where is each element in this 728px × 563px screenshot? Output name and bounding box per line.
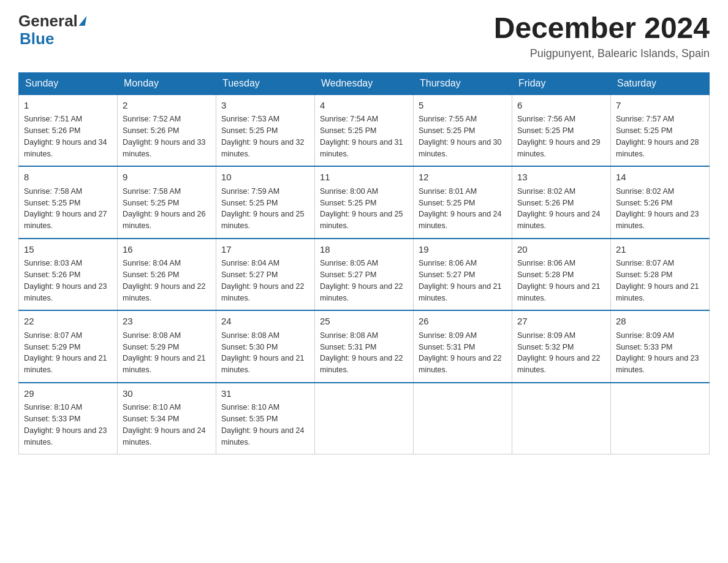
calendar-cell: 12 Sunrise: 8:01 AMSunset: 5:25 PMDaylig… — [414, 166, 512, 239]
weekday-header-thursday: Thursday — [414, 72, 512, 94]
day-number: 10 — [221, 170, 309, 185]
day-number: 25 — [320, 315, 408, 329]
calendar-cell: 31 Sunrise: 8:10 AMSunset: 5:35 PMDaylig… — [216, 383, 315, 454]
logo-general: General — [18, 12, 78, 30]
day-number: 21 — [616, 243, 704, 257]
weekday-header-monday: Monday — [118, 72, 216, 94]
week-row-3: 15 Sunrise: 8:03 AMSunset: 5:26 PMDaylig… — [19, 239, 710, 311]
week-row-1: 1 Sunrise: 7:51 AMSunset: 5:26 PMDayligh… — [19, 94, 710, 167]
day-info: Sunrise: 8:10 AMSunset: 5:35 PMDaylight:… — [221, 403, 305, 446]
calendar-cell: 18 Sunrise: 8:05 AMSunset: 5:27 PMDaylig… — [315, 239, 414, 311]
day-info: Sunrise: 8:02 AMSunset: 5:26 PMDaylight:… — [517, 187, 601, 230]
day-info: Sunrise: 7:51 AMSunset: 5:26 PMDaylight:… — [24, 115, 107, 158]
month-title: December 2024 — [494, 12, 710, 45]
day-info: Sunrise: 7:58 AMSunset: 5:25 PMDaylight:… — [123, 187, 206, 230]
calendar-cell: 26 Sunrise: 8:09 AMSunset: 5:31 PMDaylig… — [414, 310, 512, 383]
day-number: 29 — [24, 387, 112, 401]
day-info: Sunrise: 7:53 AMSunset: 5:25 PMDaylight:… — [221, 115, 305, 158]
day-number: 20 — [517, 243, 605, 257]
calendar-cell: 11 Sunrise: 8:00 AMSunset: 5:25 PMDaylig… — [315, 166, 414, 239]
day-number: 28 — [616, 315, 704, 329]
day-info: Sunrise: 7:55 AMSunset: 5:25 PMDaylight:… — [419, 115, 502, 158]
day-number: 2 — [123, 99, 211, 113]
day-number: 26 — [419, 315, 507, 329]
day-number: 19 — [419, 243, 507, 257]
calendar-table: SundayMondayTuesdayWednesdayThursdayFrid… — [18, 72, 710, 455]
day-number: 16 — [123, 243, 211, 257]
calendar-cell — [611, 383, 710, 454]
calendar-cell: 6 Sunrise: 7:56 AMSunset: 5:25 PMDayligh… — [512, 94, 611, 167]
calendar-cell: 9 Sunrise: 7:58 AMSunset: 5:25 PMDayligh… — [118, 166, 216, 239]
calendar-cell — [315, 383, 414, 454]
day-info: Sunrise: 8:10 AMSunset: 5:34 PMDaylight:… — [123, 403, 206, 446]
calendar-cell: 17 Sunrise: 8:04 AMSunset: 5:27 PMDaylig… — [216, 239, 315, 311]
day-number: 17 — [221, 243, 309, 257]
calendar-cell: 25 Sunrise: 8:08 AMSunset: 5:31 PMDaylig… — [315, 310, 414, 383]
calendar-cell: 24 Sunrise: 8:08 AMSunset: 5:30 PMDaylig… — [216, 310, 315, 383]
day-info: Sunrise: 8:04 AMSunset: 5:26 PMDaylight:… — [123, 259, 206, 302]
day-number: 12 — [419, 170, 507, 185]
weekday-header-wednesday: Wednesday — [315, 72, 414, 94]
day-info: Sunrise: 7:58 AMSunset: 5:25 PMDaylight:… — [24, 187, 107, 230]
title-section: December 2024 Puigpunyent, Balearic Isla… — [494, 12, 710, 60]
day-info: Sunrise: 7:57 AMSunset: 5:25 PMDaylight:… — [616, 115, 699, 158]
day-info: Sunrise: 8:08 AMSunset: 5:30 PMDaylight:… — [221, 331, 305, 374]
day-info: Sunrise: 8:04 AMSunset: 5:27 PMDaylight:… — [221, 259, 305, 302]
calendar-cell: 30 Sunrise: 8:10 AMSunset: 5:34 PMDaylig… — [118, 383, 216, 454]
calendar-cell: 19 Sunrise: 8:06 AMSunset: 5:27 PMDaylig… — [414, 239, 512, 311]
day-info: Sunrise: 8:06 AMSunset: 5:28 PMDaylight:… — [517, 259, 601, 302]
day-info: Sunrise: 8:02 AMSunset: 5:26 PMDaylight:… — [616, 187, 699, 230]
day-info: Sunrise: 8:07 AMSunset: 5:29 PMDaylight:… — [24, 331, 107, 374]
week-row-5: 29 Sunrise: 8:10 AMSunset: 5:33 PMDaylig… — [19, 383, 710, 454]
calendar-cell: 10 Sunrise: 7:59 AMSunset: 5:25 PMDaylig… — [216, 166, 315, 239]
location: Puigpunyent, Balearic Islands, Spain — [494, 47, 710, 60]
day-info: Sunrise: 7:59 AMSunset: 5:25 PMDaylight:… — [221, 187, 305, 230]
calendar-cell: 13 Sunrise: 8:02 AMSunset: 5:26 PMDaylig… — [512, 166, 611, 239]
calendar-cell: 4 Sunrise: 7:54 AMSunset: 5:25 PMDayligh… — [315, 94, 414, 167]
day-number: 8 — [24, 170, 112, 185]
calendar-cell: 20 Sunrise: 8:06 AMSunset: 5:28 PMDaylig… — [512, 239, 611, 311]
calendar-cell: 16 Sunrise: 8:04 AMSunset: 5:26 PMDaylig… — [118, 239, 216, 311]
calendar-cell: 7 Sunrise: 7:57 AMSunset: 5:25 PMDayligh… — [611, 94, 710, 167]
day-number: 14 — [616, 170, 704, 185]
week-row-4: 22 Sunrise: 8:07 AMSunset: 5:29 PMDaylig… — [19, 310, 710, 383]
calendar-cell — [512, 383, 611, 454]
day-info: Sunrise: 7:52 AMSunset: 5:26 PMDaylight:… — [123, 115, 206, 158]
day-info: Sunrise: 7:54 AMSunset: 5:25 PMDaylight:… — [320, 115, 403, 158]
calendar-cell: 15 Sunrise: 8:03 AMSunset: 5:26 PMDaylig… — [19, 239, 118, 311]
day-info: Sunrise: 8:00 AMSunset: 5:25 PMDaylight:… — [320, 187, 403, 230]
day-info: Sunrise: 8:07 AMSunset: 5:28 PMDaylight:… — [616, 259, 699, 302]
day-number: 1 — [24, 99, 112, 113]
day-number: 23 — [123, 315, 211, 329]
weekday-header-friday: Friday — [512, 72, 611, 94]
calendar-cell: 14 Sunrise: 8:02 AMSunset: 5:26 PMDaylig… — [611, 166, 710, 239]
calendar-cell: 2 Sunrise: 7:52 AMSunset: 5:26 PMDayligh… — [118, 94, 216, 167]
calendar-cell: 22 Sunrise: 8:07 AMSunset: 5:29 PMDaylig… — [19, 310, 118, 383]
calendar-cell: 28 Sunrise: 8:09 AMSunset: 5:33 PMDaylig… — [611, 310, 710, 383]
calendar-cell: 3 Sunrise: 7:53 AMSunset: 5:25 PMDayligh… — [216, 94, 315, 167]
day-info: Sunrise: 8:09 AMSunset: 5:33 PMDaylight:… — [616, 331, 699, 374]
day-number: 7 — [616, 99, 704, 113]
day-number: 27 — [517, 315, 605, 329]
logo-blue: Blue — [18, 30, 86, 48]
day-number: 9 — [123, 170, 211, 185]
day-info: Sunrise: 8:10 AMSunset: 5:33 PMDaylight:… — [24, 403, 107, 446]
day-number: 24 — [221, 315, 309, 329]
day-info: Sunrise: 8:03 AMSunset: 5:26 PMDaylight:… — [24, 259, 107, 302]
day-number: 18 — [320, 243, 408, 257]
day-info: Sunrise: 8:01 AMSunset: 5:25 PMDaylight:… — [419, 187, 502, 230]
day-number: 5 — [419, 99, 507, 113]
day-info: Sunrise: 7:56 AMSunset: 5:25 PMDaylight:… — [517, 115, 601, 158]
weekday-header-sunday: Sunday — [19, 72, 118, 94]
day-info: Sunrise: 8:05 AMSunset: 5:27 PMDaylight:… — [320, 259, 403, 302]
day-number: 31 — [221, 387, 309, 401]
calendar-cell: 23 Sunrise: 8:08 AMSunset: 5:29 PMDaylig… — [118, 310, 216, 383]
calendar-cell: 27 Sunrise: 8:09 AMSunset: 5:32 PMDaylig… — [512, 310, 611, 383]
calendar-cell: 21 Sunrise: 8:07 AMSunset: 5:28 PMDaylig… — [611, 239, 710, 311]
calendar-cell: 8 Sunrise: 7:58 AMSunset: 5:25 PMDayligh… — [19, 166, 118, 239]
calendar-cell: 5 Sunrise: 7:55 AMSunset: 5:25 PMDayligh… — [414, 94, 512, 167]
day-info: Sunrise: 8:09 AMSunset: 5:31 PMDaylight:… — [419, 331, 502, 374]
calendar-cell: 29 Sunrise: 8:10 AMSunset: 5:33 PMDaylig… — [19, 383, 118, 454]
day-number: 6 — [517, 99, 605, 113]
weekday-header-tuesday: Tuesday — [216, 72, 315, 94]
